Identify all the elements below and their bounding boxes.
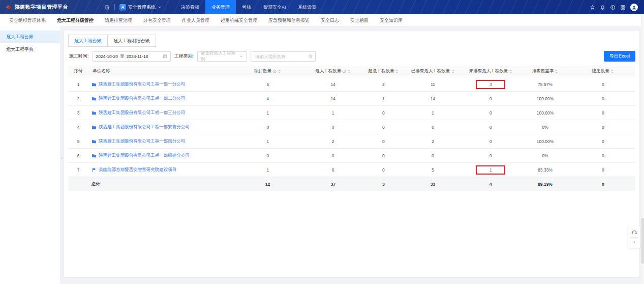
- date-range-picker[interactable]: 2024-10-20 至 2024-11-18: [93, 51, 171, 62]
- row-index-cell: 6: [68, 149, 88, 163]
- super-danger-count-cell: 1: [363, 92, 404, 106]
- sort-toggle[interactable]: [278, 70, 281, 73]
- notification-bell-icon[interactable]: [600, 5, 605, 10]
- sort-toggle[interactable]: [555, 70, 558, 73]
- platform-logo-icon: [5, 4, 12, 11]
- top-navbar: 陕建数字项目管理平台 A 安全管理系统 决策看板业务管理考核智慧安全AI系统设置: [0, 0, 644, 14]
- danger-count-cell: 0: [303, 149, 363, 163]
- chevron-down-icon: [158, 5, 162, 9]
- tab-detail-ledger[interactable]: 危大工程明细台账: [107, 35, 156, 47]
- unchecked-count-value[interactable]: 1: [489, 167, 492, 173]
- help-info-icon[interactable]: [610, 5, 616, 10]
- total-coverage-cell: 89.19%: [519, 177, 570, 191]
- hazard-count-cell: 0: [571, 163, 635, 177]
- subnav-item[interactable]: 危大工程分级管控: [57, 17, 94, 24]
- row-index-cell: 5: [68, 134, 88, 149]
- project-count-cell: 5: [233, 77, 303, 92]
- topbar-nav-item[interactable]: 业务管理: [205, 0, 236, 14]
- project-count-cell: 0: [233, 149, 303, 163]
- coverage-rate-cell: 0%: [519, 120, 570, 134]
- sidebar-item[interactable]: 危大工程台账: [0, 31, 60, 43]
- topbar-nav-item[interactable]: 决策看板: [175, 0, 205, 14]
- sort-toggle[interactable]: [348, 70, 351, 73]
- org-name-link[interactable]: 陕西建工集团股份有限公司工程一部二分公司: [99, 96, 185, 102]
- date-end-value: 2024-11-18: [127, 54, 148, 59]
- subnav-item[interactable]: 应急预警和信息报送: [268, 17, 310, 24]
- project-type-select[interactable]: 请选择危大工程类别: [197, 51, 247, 62]
- date-filter-label: 施工时间:: [69, 53, 89, 60]
- org-name-link[interactable]: 陕西建工集团股份有限公司工程一部一分公司: [99, 81, 185, 88]
- sidebar-item[interactable]: 危大工程字典: [0, 43, 60, 56]
- subnav-item[interactable]: 安全日志: [321, 17, 339, 24]
- sort-descending-caret-icon: [278, 72, 281, 73]
- org-name-cell: 陕西建工集团股份有限公司工程一部四分公司: [88, 134, 232, 149]
- super-danger-count-cell: 0: [363, 149, 404, 163]
- subnav-item[interactable]: 起重机械安全管理: [221, 17, 257, 24]
- type-filter-label: 工程类别:: [174, 53, 194, 60]
- platform-title: 陕建数字项目管理平台: [15, 4, 68, 11]
- sort-toggle[interactable]: [451, 70, 454, 73]
- user-avatar[interactable]: [630, 4, 638, 11]
- topbar-nav-item[interactable]: 考核: [236, 0, 257, 14]
- topbar-nav-item[interactable]: 智慧安全AI: [257, 0, 292, 14]
- org-name-link[interactable]: 陕西建工集团股份有限公司工程一部福建分公司: [99, 153, 190, 159]
- sidebar-collapse-handle[interactable]: ‹: [59, 148, 65, 168]
- page-scrollbar[interactable]: [641, 14, 644, 284]
- topbar-nav-item[interactable]: 系统设置: [292, 0, 323, 14]
- hazard-count-cell: 0: [571, 149, 635, 163]
- expand-chevron-icon[interactable]: ›: [633, 240, 635, 245]
- sort-toggle[interactable]: [395, 70, 398, 73]
- column-header-inner: 已排查危大工程数量: [405, 68, 461, 74]
- org-name-cell: 美能能源总部暨西安智慧研究院建设项目: [88, 163, 232, 177]
- checked-count-cell: 1: [404, 106, 462, 120]
- export-excel-button[interactable]: 导出Excel: [604, 51, 635, 62]
- unchecked-count-cell: 1: [462, 163, 519, 177]
- column-label: 危大工程数量: [315, 68, 341, 74]
- org-name-link[interactable]: 陕西建工集团股份有限公司工程一部三分公司: [99, 110, 185, 116]
- coverage-rate-cell: 0%: [519, 149, 570, 163]
- app-switch-icon[interactable]: [105, 5, 110, 10]
- danger-count-cell: 14: [303, 77, 363, 92]
- row-index-cell: 4: [68, 120, 88, 134]
- org-name-link[interactable]: 陕西建工集团股份有限公司工程一部四分公司: [99, 138, 185, 145]
- column-label: 隐患数量: [592, 68, 609, 74]
- sort-toggle[interactable]: [611, 70, 614, 73]
- subnav-item[interactable]: 作业人员管理: [182, 17, 209, 24]
- brand: 陕建数字项目管理平台: [0, 4, 68, 11]
- column-label: 序号: [74, 68, 83, 74]
- subnav-item[interactable]: 分包安全管理: [143, 17, 171, 24]
- unchecked-count-value[interactable]: 3: [489, 82, 492, 87]
- system-switcher[interactable]: A 安全管理系统: [119, 4, 162, 11]
- org-search-input[interactable]: [254, 53, 306, 60]
- tab-ledger[interactable]: 危大工程台账: [68, 35, 108, 47]
- table-row: 4陕西建工集团股份有限公司工程一部安装分公司000000%0: [68, 120, 635, 134]
- floating-helper-widget: ›: [628, 226, 640, 248]
- org-name-cell: 陕西建工集团股份有限公司工程一部安装分公司: [88, 120, 232, 134]
- org-name-cell: 陕西建工集团股份有限公司工程一部三分公司: [88, 106, 232, 120]
- subnav-item[interactable]: 安全知识库: [380, 17, 403, 24]
- subnav-item[interactable]: 安全组织管理体系: [9, 17, 46, 24]
- sort-toggle[interactable]: [509, 70, 512, 73]
- total-checked-cell: 33: [404, 177, 462, 191]
- checked-count-cell: 11: [404, 77, 462, 92]
- coverage-rate-cell: 100.00%: [519, 106, 570, 120]
- scrollbar-thumb[interactable]: [641, 218, 644, 264]
- system-badge: A: [119, 4, 126, 11]
- subnav-item[interactable]: 安全相册: [350, 17, 369, 24]
- org-name-link[interactable]: 陕西建工集团股份有限公司工程一部安装分公司: [99, 124, 190, 130]
- column-header: 单位名称: [88, 66, 232, 77]
- column-header: 序号: [68, 66, 88, 77]
- project-count-cell: 4: [233, 92, 303, 106]
- org-name-link[interactable]: 美能能源总部暨西安智慧研究院建设项目: [99, 167, 176, 173]
- customer-service-headset-icon[interactable]: [631, 229, 637, 235]
- favorite-star-icon[interactable]: [590, 5, 595, 10]
- sort-descending-caret-icon: [395, 72, 398, 73]
- apps-grid-icon[interactable]: [620, 5, 626, 10]
- search-icon[interactable]: [308, 54, 313, 59]
- info-icon: [272, 69, 277, 73]
- highlight-annotation-box: 3: [476, 80, 505, 89]
- column-header: 危大工程数量: [303, 66, 363, 77]
- subnav-item[interactable]: 隐患排查治理: [105, 17, 132, 24]
- danger-count-cell: 1: [303, 106, 363, 120]
- secondary-nav: 安全组织管理体系危大工程分级管控隐患排查治理分包安全管理作业人员管理起重机械安全…: [0, 14, 644, 26]
